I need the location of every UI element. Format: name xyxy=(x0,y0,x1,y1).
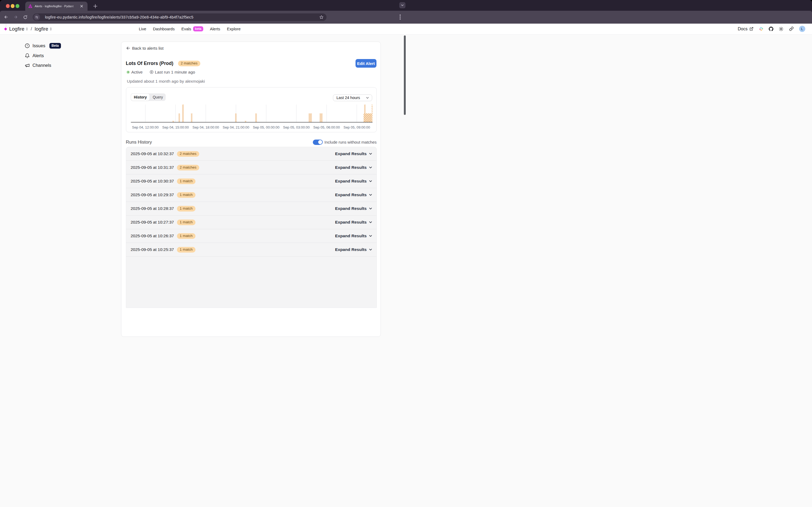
nav-item-evals[interactable]: Evalsbeta xyxy=(181,26,203,32)
bookmark-star-icon[interactable] xyxy=(319,15,324,19)
chart-bar xyxy=(172,121,174,122)
window-close-button[interactable] xyxy=(6,4,10,8)
chart-bar xyxy=(235,113,236,122)
site-settings-icon xyxy=(35,15,39,19)
page-content: Issues Beta Alerts Channels Back to aler… xyxy=(0,35,406,254)
back-button[interactable] xyxy=(2,11,9,23)
chart-tick-label: Sep 04, 15:00:00 xyxy=(162,125,189,129)
org-switcher[interactable]: Logfire xyxy=(9,26,24,32)
sidebar-item-issues[interactable]: Issues Beta xyxy=(25,43,61,49)
nav-item-label: Dashboards xyxy=(153,26,175,31)
org-unfold-icon[interactable] xyxy=(25,27,29,31)
forward-arrow-icon xyxy=(13,15,18,19)
nav-item-alerts[interactable]: Alerts xyxy=(210,26,220,31)
expand-results-label: Expand Results xyxy=(335,247,367,252)
window-zoom-button[interactable] xyxy=(15,4,19,8)
expand-results-button[interactable]: Expand Results xyxy=(335,233,372,238)
sidebar-item-label: Alerts xyxy=(33,53,44,58)
browser-tab[interactable]: Alerts · logfire/logfire · Pydant xyxy=(25,2,88,11)
page-scrollbar-thumb[interactable] xyxy=(404,36,406,115)
alert-title: Lots Of Errors (Prod) xyxy=(126,61,173,66)
run-matches-badge: 1 match xyxy=(177,192,196,198)
run-timestamp: 2025-09-05 at 10:25:37 xyxy=(131,247,174,252)
chart-bar xyxy=(364,113,372,122)
run-matches-badge: 1 match xyxy=(177,233,196,239)
expand-results-label: Expand Results xyxy=(335,192,367,197)
tab-close-icon[interactable] xyxy=(79,4,84,8)
run-row: 2025-09-05 at 10:26:371 matchExpand Resu… xyxy=(126,229,376,243)
run-timestamp: 2025-09-05 at 10:29:37 xyxy=(131,192,174,197)
sidebar-item-alerts[interactable]: Alerts xyxy=(25,52,44,59)
chevron-down-icon xyxy=(369,193,372,197)
run-timestamp: 2025-09-05 at 10:26:37 xyxy=(131,233,174,238)
chart-bar xyxy=(182,104,184,122)
edit-alert-button[interactable]: Edit Alert xyxy=(356,59,376,68)
run-timestamp: 2025-09-05 at 10:32:37 xyxy=(131,151,174,156)
run-matches-badge: 1 match xyxy=(177,206,196,212)
updated-label: Updated about 1 month ago by alexmojaki xyxy=(127,79,205,84)
last-run-label: Last run 1 minute ago xyxy=(155,70,195,75)
run-matches-badge: 2 matches xyxy=(177,165,199,170)
run-row: 2025-09-05 at 10:29:371 matchExpand Resu… xyxy=(126,188,376,202)
sidebar-item-channels[interactable]: Channels xyxy=(25,62,51,68)
back-arrow-icon xyxy=(4,15,8,19)
breadcrumb-separator: / xyxy=(31,26,32,32)
new-tab-button[interactable] xyxy=(92,3,98,9)
chevron-down-icon xyxy=(401,4,404,7)
runs-history-heading: Runs History xyxy=(126,139,152,145)
run-row: 2025-09-05 at 10:31:372 matchesExpand Re… xyxy=(126,161,376,174)
runs-list: 2025-09-05 at 10:32:372 matchesExpand Re… xyxy=(126,147,377,253)
nav-item-dashboards[interactable]: Dashboards xyxy=(153,26,175,31)
run-matches-badge: 1 match xyxy=(177,247,196,252)
expand-results-button[interactable]: Expand Results xyxy=(335,206,372,211)
nav-item-explore[interactable]: Explore xyxy=(227,26,240,31)
url-bar[interactable]: logfire-eu.pydantic.info/logfire/logfire… xyxy=(33,13,327,21)
site-info-icon[interactable] xyxy=(34,14,40,20)
chart-bar xyxy=(364,104,366,113)
run-row: 2025-09-05 at 10:32:372 matchesExpand Re… xyxy=(126,147,376,161)
expand-results-button[interactable]: Expand Results xyxy=(335,192,372,197)
project-switcher[interactable]: logfire xyxy=(35,26,48,32)
logfire-logo-icon[interactable] xyxy=(4,27,7,30)
expand-results-label: Expand Results xyxy=(335,179,367,183)
expand-results-button[interactable]: Expand Results xyxy=(335,247,372,252)
chart-panel: History Query Last 24 hours xyxy=(126,87,377,132)
chart-bar xyxy=(191,113,192,122)
browser-window: Alerts · logfire/logfire · Pydant logfir… xyxy=(0,0,406,253)
back-to-alerts-link[interactable]: Back to alerts list xyxy=(126,46,164,51)
project-unfold-icon[interactable] xyxy=(49,27,52,31)
runs-history-header: Runs History Include runs without matche… xyxy=(126,139,377,147)
expand-results-button[interactable]: Expand Results xyxy=(335,220,372,225)
app-header: Logfire / logfire LiveDashboardsEvalsbet… xyxy=(0,23,406,35)
browser-menu-icon[interactable] xyxy=(398,13,402,21)
chevron-down-icon xyxy=(369,234,372,238)
alert-matches-badge: 2 matches xyxy=(178,61,200,66)
nav-item-label: Evals xyxy=(181,26,191,31)
chevron-down-icon xyxy=(369,248,372,251)
expand-results-button[interactable]: Expand Results xyxy=(335,179,372,183)
alert-title-row: Lots Of Errors (Prod) 2 matches xyxy=(126,61,200,66)
url-text: logfire-eu.pydantic.info/logfire/logfire… xyxy=(45,15,194,19)
chart-bar xyxy=(255,113,257,122)
active-status-dot xyxy=(126,71,130,74)
chart-tick-label: Sep 05, 09:00:00 xyxy=(343,125,370,129)
run-matches-badge: 1 match xyxy=(177,178,196,184)
chevron-down-icon xyxy=(369,166,372,169)
breadcrumb: Logfire / logfire xyxy=(5,23,52,34)
chart-tick-label: Sep 04, 21:00:00 xyxy=(223,125,249,129)
forward-button[interactable] xyxy=(12,11,19,23)
reload-button[interactable] xyxy=(22,11,29,23)
tab-search-button[interactable] xyxy=(399,2,405,8)
expand-results-label: Expand Results xyxy=(335,206,367,211)
chevron-down-icon xyxy=(369,179,372,183)
include-runs-toggle[interactable] xyxy=(313,139,322,145)
alert-detail-card: Back to alerts list Lots Of Errors (Prod… xyxy=(121,42,381,254)
expand-results-button[interactable]: Expand Results xyxy=(335,165,372,170)
nav-item-live[interactable]: Live xyxy=(139,26,146,31)
run-timestamp: 2025-09-05 at 10:31:37 xyxy=(131,165,174,170)
run-row: 2025-09-05 at 10:27:371 matchExpand Resu… xyxy=(126,216,376,229)
window-minimize-button[interactable] xyxy=(11,4,15,8)
expand-results-button[interactable]: Expand Results xyxy=(335,151,372,156)
browser-tabstrip: Alerts · logfire/logfire · Pydant xyxy=(0,0,406,11)
chevron-down-icon xyxy=(369,207,372,211)
